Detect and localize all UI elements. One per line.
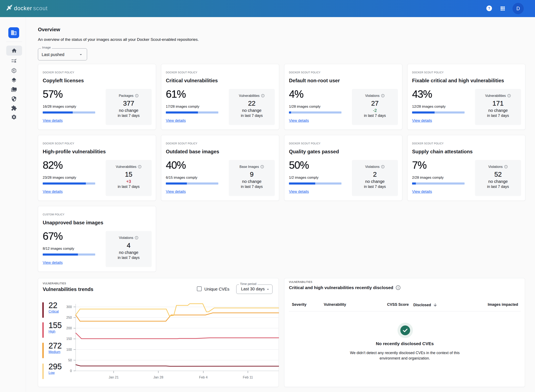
svg-text:0: 0 [70,369,72,373]
svg-text:Feb 11: Feb 11 [243,376,253,379]
svg-text:Feb 4: Feb 4 [199,376,207,379]
svg-text:300: 300 [66,305,72,309]
svg-text:250: 250 [66,316,72,319]
svg-text:?: ? [488,6,490,10]
svg-text:Jan 28: Jan 28 [153,376,163,379]
svg-text:100: 100 [66,348,72,351]
svg-text:Jan 21: Jan 21 [108,376,118,379]
svg-text:150: 150 [66,337,72,341]
svg-text:50: 50 [68,359,72,362]
svg-text:200: 200 [66,326,72,330]
